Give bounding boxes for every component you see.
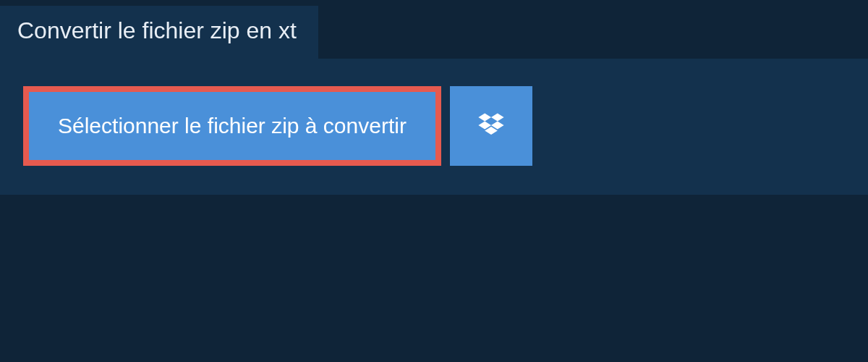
select-file-highlight: Sélectionner le fichier zip à convertir	[23, 86, 441, 166]
select-file-button[interactable]: Sélectionner le fichier zip à convertir	[29, 92, 435, 160]
upload-panel: Sélectionner le fichier zip à convertir	[0, 59, 868, 195]
dropbox-icon	[475, 110, 507, 142]
dropbox-button[interactable]	[450, 86, 532, 166]
tab-convert[interactable]: Convertir le fichier zip en xt	[0, 6, 318, 59]
select-file-label: Sélectionner le fichier zip à convertir	[58, 114, 407, 138]
tab-bar: Convertir le fichier zip en xt	[0, 6, 868, 59]
tab-label: Convertir le fichier zip en xt	[17, 17, 297, 43]
